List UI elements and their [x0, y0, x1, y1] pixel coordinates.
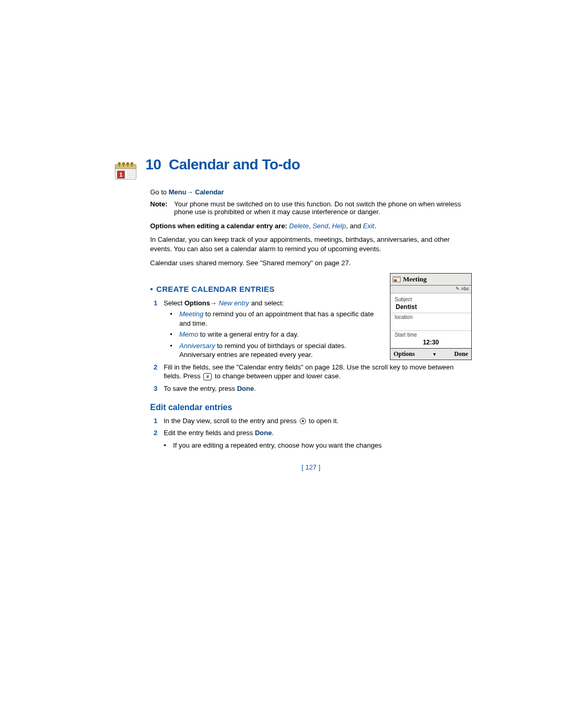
svg-rect-17	[393, 277, 400, 278]
ss-softkeys: Options ▾ Done	[390, 348, 471, 360]
opt-exit: Exit	[363, 222, 374, 230]
step-1: 1 Select Options→ New entry and select: …	[150, 299, 382, 360]
ss-titlebar: Meeting	[390, 274, 471, 286]
bullet-memo-term: Memo	[179, 330, 198, 338]
step-3-period: .	[254, 385, 256, 392]
edit-bullet-text: If you are editing a repeated entry, cho…	[173, 441, 382, 450]
bullet-meeting: • Meeting to remind you of an appointmen…	[170, 310, 382, 328]
section-edit-heading: Edit calendar entries	[150, 403, 472, 412]
step-3-body: To save the entry, press Done.	[164, 384, 472, 393]
bullet-meeting-rest: to remind you of an appointment that has…	[179, 310, 374, 327]
calendar-icon: 1	[113, 159, 138, 183]
svg-text:1: 1	[119, 171, 123, 178]
ss-subject-value: Dentist	[390, 302, 471, 313]
chapter-title: 10 Calendar and To-do	[145, 156, 300, 173]
ss-down-arrow-icon: ▾	[433, 351, 436, 357]
goto-arrow: →	[186, 188, 195, 196]
edit-step-2-num: 2	[150, 428, 157, 438]
section-create-text: •CREATE CALENDAR ENTRIES 1 Select Option…	[150, 273, 382, 363]
step-1-num: 1	[150, 299, 157, 360]
ss-title: Meeting	[403, 275, 426, 283]
ss-body: Subject Dentist location Start time 12:3…	[390, 293, 471, 348]
page-number: [ 127 ]	[150, 463, 472, 471]
edit-step-1-body: In the Day view, scroll to the entry and…	[164, 416, 472, 426]
content-body: Go to Menu→ Calendar Note: Your phone mu…	[150, 188, 472, 471]
options-prefix: Options when editing a calendar entry ar…	[150, 222, 289, 230]
note-body: Your phone must be switched on to use th…	[174, 200, 472, 216]
ss-location-label: location	[390, 313, 471, 320]
bullet-memo-rest: to write a general entry for a day.	[198, 330, 299, 338]
edit-step-2-done: Done	[255, 429, 272, 437]
step-1-body: Select Options→ New entry and select: • …	[164, 299, 382, 360]
ss-calendar-icon	[393, 275, 401, 283]
bullet-meeting-term: Meeting	[179, 310, 203, 318]
ss-location-value	[390, 320, 471, 331]
ss-done: Done	[454, 350, 468, 358]
svg-rect-18	[394, 279, 397, 281]
step-2-num: 2	[150, 363, 157, 381]
step-3: 3 To save the entry, press Done.	[150, 384, 472, 393]
options-line: Options when editing a calendar entry ar…	[150, 222, 472, 230]
step-1-select: Select	[164, 299, 185, 307]
ss-subject-label: Subject	[390, 295, 471, 302]
edit-step-1: 1 In the Day view, scroll to the entry a…	[150, 416, 472, 426]
step-1-options: Options	[185, 299, 210, 307]
edit-step-2-period: .	[272, 429, 274, 437]
chapter-title-text: Calendar and To-do	[169, 156, 300, 172]
section-create-row: •CREATE CALENDAR ENTRIES 1 Select Option…	[150, 273, 472, 363]
edit-step-1-post: to open it.	[307, 417, 339, 425]
chapter-number: 10	[145, 156, 161, 172]
note-block: Note: Your phone must be switched on to …	[150, 200, 472, 216]
ss-starttime-label: Start time	[390, 331, 471, 338]
opt-send: Send	[312, 222, 328, 230]
bullet-anniversary: • Anniversary to remind you of birthdays…	[170, 341, 382, 360]
chapter-header: 1 10 Calendar and To-do	[117, 156, 472, 183]
opt-and: , and	[346, 222, 363, 230]
goto-line: Go to Menu→ Calendar	[150, 188, 472, 196]
scroll-key-icon	[300, 418, 306, 424]
paragraph-2: Calendar uses shared memory. See "Shared…	[150, 258, 472, 268]
opt-delete: Delete	[289, 222, 309, 230]
phone-screenshot: Meeting ✎ Abc Subject Dentist location S…	[390, 273, 472, 360]
step-2: 2 Fill in the fields, see the "Calendar …	[150, 363, 472, 381]
opt-period: .	[374, 222, 376, 230]
edit-step-2-pre: Edit the entry fields and press	[164, 429, 255, 437]
section-create-title: CREATE CALENDAR ENTRIES	[156, 285, 275, 293]
paragraph-1: In Calendar, you can keep track of your …	[150, 235, 472, 253]
step-2-body: Fill in the fields, see the "Calendar en…	[164, 363, 472, 381]
edit-step-1-num: 1	[150, 416, 157, 426]
step-3-done: Done	[237, 385, 254, 392]
goto-menu: Menu	[168, 188, 186, 196]
step-3-pre: To save the entry, press	[164, 385, 237, 392]
edit-bullet: • If you are editing a repeated entry, c…	[164, 441, 472, 450]
bullet-memo: • Memo to write a general entry for a da…	[170, 330, 382, 339]
bullet-anniv-term: Anniversary	[179, 342, 215, 350]
step-1-newentry: New entry	[218, 299, 249, 307]
ss-starttime-value: 12:30	[390, 338, 471, 348]
step-1-tail: and select:	[249, 299, 284, 307]
edit-step-2-body: Edit the entry fields and press Done.	[164, 428, 472, 438]
goto-calendar: Calendar	[195, 188, 224, 196]
step-2-post: to change between upper and lower case.	[213, 372, 340, 380]
ss-status: ✎ Abc	[390, 286, 471, 293]
step-1-arrow: →	[210, 299, 219, 307]
edit-step-2: 2 Edit the entry fields and press Done.	[150, 428, 472, 438]
goto-prefix: Go to	[150, 188, 168, 196]
edit-step-1-pre: In the Day view, scroll to the entry and…	[164, 417, 299, 425]
ss-options: Options	[394, 350, 415, 358]
hash-key-icon: #	[203, 373, 212, 380]
svg-rect-1	[115, 165, 136, 169]
step-3-num: 3	[150, 384, 157, 393]
note-label: Note:	[150, 200, 174, 216]
opt-help: Help	[332, 222, 346, 230]
section-create-heading: •CREATE CALENDAR ENTRIES	[150, 285, 382, 293]
manual-page: 1 10 Calendar and To-do Go to Menu→ Cale…	[117, 0, 472, 523]
